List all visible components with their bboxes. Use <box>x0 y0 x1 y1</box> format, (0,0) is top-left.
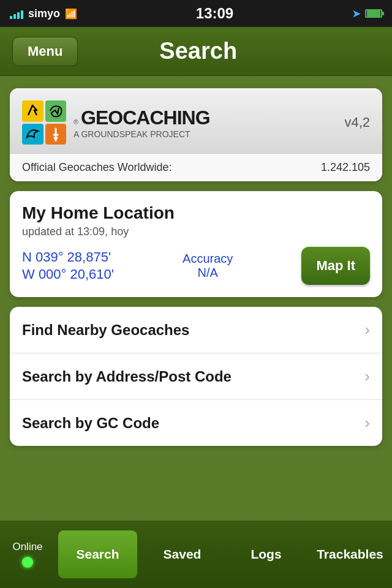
signal-bar-2 <box>13 14 16 19</box>
geocaching-header: ® GEOCACHING A GROUNDSPEAK PROJECT v4,2 <box>10 88 382 153</box>
accuracy-value: N/A <box>183 266 233 280</box>
location-title: My Home Location <box>22 203 370 223</box>
chevron-right-icon-3: › <box>364 413 370 432</box>
tab-logs[interactable]: Logs <box>227 530 306 579</box>
online-indicator <box>22 557 33 568</box>
gc-stat-value: 1.242.105 <box>321 161 370 174</box>
map-it-button[interactable]: Map It <box>301 247 370 285</box>
tab-search-label: Search <box>76 547 119 562</box>
gc-cell-yellow <box>22 100 43 122</box>
gc-cell-blue <box>22 124 43 145</box>
tab-trackables-label: Trackables <box>317 547 383 562</box>
page-title: Search <box>78 38 318 64</box>
gc-text-block: ® GEOCACHING A GROUNDSPEAK PROJECT <box>74 107 210 139</box>
gc-registered-mark: ® <box>74 118 78 126</box>
tab-saved-label: Saved <box>164 547 202 562</box>
battery-fill <box>367 10 380 17</box>
chevron-right-icon: › <box>364 320 370 339</box>
search-option-address-label: Search by Address/Post Code <box>22 368 232 385</box>
gc-version: v4,2 <box>344 115 370 130</box>
gc-name: GEOCACHING <box>81 107 209 129</box>
nav-bar: Menu Search <box>0 27 392 76</box>
search-option-nearby-label: Find Nearby Geocaches <box>22 322 189 339</box>
status-right: ➤ <box>352 8 382 20</box>
search-option-address[interactable]: Search by Address/Post Code › <box>10 353 382 400</box>
gc-stat-label: Official Geocaches Worldwide: <box>22 161 172 174</box>
tab-bar: Online Search Saved Logs Trackables <box>0 521 392 588</box>
signal-bar-4 <box>21 10 23 19</box>
gc-cell-orange <box>45 124 67 145</box>
tab-online: Online <box>0 536 55 573</box>
online-label: Online <box>12 541 42 553</box>
status-bar: simyo 📶 13:09 ➤ <box>0 0 392 27</box>
coord-n: N 039° 28,875' <box>22 249 114 265</box>
chevron-right-icon-2: › <box>364 367 370 386</box>
accuracy-label: Accuracy <box>183 252 233 266</box>
menu-button[interactable]: Menu <box>12 37 78 66</box>
clock: 13:09 <box>196 5 233 22</box>
tab-logs-label: Logs <box>251 547 281 562</box>
signal-bars <box>10 8 23 19</box>
signal-bar-1 <box>10 16 12 19</box>
gc-grid-icon <box>22 100 66 145</box>
gc-cell-green <box>45 100 67 122</box>
location-coords: N 039° 28,875' W 000° 20,610' Accuracy N… <box>22 247 370 285</box>
tab-trackables[interactable]: Trackables <box>311 530 390 579</box>
carrier-label: simyo <box>28 7 60 20</box>
wifi-icon: 📶 <box>65 8 77 20</box>
location-card: My Home Location updated at 13:09, hoy N… <box>10 191 382 297</box>
search-option-gccode-label: Search by GC Code <box>22 415 159 432</box>
tab-saved[interactable]: Saved <box>143 530 222 579</box>
gc-tagline: A GROUNDSPEAK PROJECT <box>74 129 210 139</box>
location-updated: updated at 13:09, hoy <box>22 225 370 238</box>
status-left: simyo 📶 <box>10 7 77 20</box>
location-arrow-icon: ➤ <box>352 8 360 20</box>
svg-marker-0 <box>53 137 58 142</box>
battery-icon <box>365 9 382 18</box>
coords-text: N 039° 28,875' W 000° 20,610' <box>22 249 114 282</box>
search-option-nearby[interactable]: Find Nearby Geocaches › <box>10 307 382 353</box>
gc-logo: ® GEOCACHING A GROUNDSPEAK PROJECT <box>22 100 210 145</box>
geocaching-footer: Official Geocaches Worldwide: 1.242.105 <box>10 153 382 181</box>
main-content: ® GEOCACHING A GROUNDSPEAK PROJECT v4,2 … <box>0 76 392 458</box>
gc-brand: ® GEOCACHING <box>74 107 210 129</box>
geocaching-card: ® GEOCACHING A GROUNDSPEAK PROJECT v4,2 … <box>10 88 382 181</box>
coord-w: W 000° 20,610' <box>22 266 114 282</box>
signal-bar-3 <box>17 12 20 19</box>
accuracy-block: Accuracy N/A <box>183 252 233 280</box>
search-option-gccode[interactable]: Search by GC Code › <box>10 400 382 446</box>
search-options-card: Find Nearby Geocaches › Search by Addres… <box>10 307 382 446</box>
tab-search[interactable]: Search <box>58 530 138 579</box>
